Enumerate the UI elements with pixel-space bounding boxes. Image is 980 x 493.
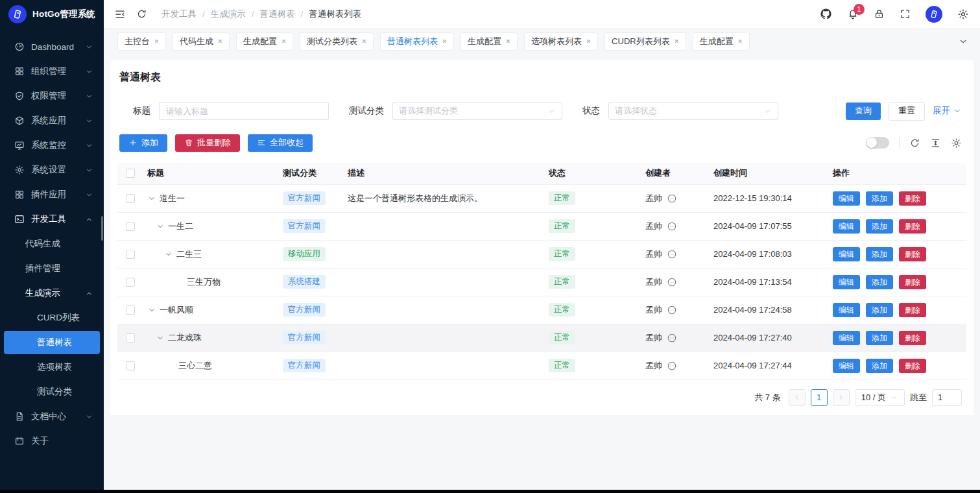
close-icon[interactable]: ×: [442, 38, 447, 45]
category-filter-select[interactable]: 请选择测试分类: [392, 102, 562, 120]
add-child-button[interactable]: 添加: [866, 219, 893, 234]
table-row[interactable]: 一生二官方新闻正常孟帅2024-04-09 17:07:55编辑添加删除: [117, 213, 966, 241]
sidebar-item-option-tree[interactable]: 选项树表: [0, 355, 104, 379]
settings-gear-icon[interactable]: [957, 8, 969, 20]
expand-filters-link[interactable]: 展开: [933, 105, 962, 117]
row-checkbox[interactable]: [126, 250, 135, 259]
menu-collapse-icon[interactable]: [114, 8, 126, 20]
breadcrumb-item[interactable]: 生成演示: [211, 8, 246, 20]
add-child-button[interactable]: 添加: [866, 303, 893, 317]
tab-8[interactable]: 生成配置×: [693, 32, 750, 51]
delete-button[interactable]: 删除: [899, 275, 926, 289]
breadcrumb-item[interactable]: 普通树表列表: [309, 8, 361, 20]
edit-button[interactable]: 编辑: [833, 331, 860, 345]
table-row[interactable]: 一帆风顺官方新闻正常孟帅2024-04-09 17:24:58编辑添加删除: [117, 296, 966, 324]
tab-1[interactable]: 代码生成×: [173, 32, 230, 51]
close-icon[interactable]: ×: [738, 38, 743, 45]
add-child-button[interactable]: 添加: [866, 247, 893, 261]
close-icon[interactable]: ×: [218, 38, 222, 45]
jump-to-input[interactable]: [932, 389, 962, 406]
reset-button[interactable]: 重置: [889, 102, 925, 121]
tab-5[interactable]: 生成配置×: [460, 32, 518, 51]
tab-6[interactable]: 选项树表列表×: [524, 32, 598, 51]
lock-screen-icon[interactable]: [874, 8, 885, 19]
table-row[interactable]: 二龙戏珠官方新闻正常孟帅2024-04-09 17:27:40编辑添加删除: [117, 324, 966, 352]
delete-button[interactable]: 删除: [899, 247, 926, 261]
refresh-page-icon[interactable]: [136, 8, 147, 19]
row-checkbox[interactable]: [126, 361, 135, 370]
prev-page-button[interactable]: [789, 389, 806, 406]
current-page-button[interactable]: 1: [811, 389, 828, 406]
sidebar-scrollbar-thumb[interactable]: [101, 216, 103, 241]
delete-button[interactable]: 删除: [899, 303, 926, 317]
reload-table-icon[interactable]: [909, 138, 920, 149]
close-icon[interactable]: ×: [362, 38, 366, 45]
edit-button[interactable]: 编辑: [833, 275, 860, 289]
striped-toggle[interactable]: [866, 137, 889, 149]
notifications-button[interactable]: 1: [847, 8, 859, 20]
edit-button[interactable]: 编辑: [833, 303, 860, 317]
sidebar-item-code-generation[interactable]: 代码生成: [0, 232, 104, 256]
edit-button[interactable]: 编辑: [833, 219, 860, 234]
delete-button[interactable]: 删除: [899, 331, 926, 345]
sidebar-item-permission[interactable]: 权限管理: [0, 84, 104, 108]
breadcrumb-item[interactable]: 开发工具: [161, 8, 197, 20]
sidebar-item-plugin-app[interactable]: 插件应用: [0, 182, 104, 207]
tab-4[interactable]: 普通树表列表×: [380, 32, 454, 51]
status-filter-select[interactable]: 请选择状态: [608, 102, 778, 120]
delete-button[interactable]: 删除: [899, 359, 926, 373]
tab-2[interactable]: 生成配置×: [236, 32, 293, 51]
table-row[interactable]: 道生一官方新闻这是一个普通树形表格的生成演示。正常孟帅2022-12-15 19…: [117, 185, 966, 213]
close-icon[interactable]: ×: [506, 38, 510, 45]
title-filter-input[interactable]: [159, 102, 329, 120]
tabs-dropdown-button[interactable]: [958, 36, 968, 47]
page-size-select[interactable]: 10 / 页: [855, 389, 905, 406]
select-all-checkbox[interactable]: [126, 169, 135, 178]
edit-button[interactable]: 编辑: [833, 191, 860, 206]
edit-button[interactable]: 编辑: [833, 247, 860, 261]
sidebar-item-about[interactable]: 关于: [0, 429, 104, 453]
delete-button[interactable]: 删除: [899, 191, 926, 206]
add-child-button[interactable]: 添加: [866, 331, 893, 345]
table-row[interactable]: 二生三移动应用正常孟帅2024-04-09 17:08:03编辑添加删除: [117, 241, 966, 269]
search-button[interactable]: 查询: [846, 102, 881, 120]
sidebar-item-system-settings[interactable]: 系统设置: [0, 158, 104, 182]
sidebar-item-doc-center[interactable]: 文档中心: [0, 404, 104, 429]
row-checkbox[interactable]: [126, 333, 135, 343]
collapse-all-button[interactable]: 全部收起: [248, 134, 313, 152]
close-icon[interactable]: ×: [281, 38, 286, 45]
density-icon[interactable]: [930, 138, 941, 149]
add-child-button[interactable]: 添加: [866, 191, 893, 206]
row-checkbox[interactable]: [126, 306, 135, 315]
delete-button[interactable]: 删除: [899, 219, 926, 234]
sidebar-item-system-monitor[interactable]: 系统监控: [0, 133, 104, 158]
fullscreen-icon[interactable]: [900, 8, 911, 19]
sidebar-item-plugin-management[interactable]: 插件管理: [0, 256, 104, 281]
next-page-button[interactable]: [833, 389, 850, 406]
sidebar-item-normal-tree[interactable]: 普通树表: [4, 331, 100, 354]
table-row[interactable]: 三心二意官方新闻正常孟帅2024-04-09 17:27:44编辑添加删除: [117, 352, 966, 380]
tab-0[interactable]: 主控台×: [117, 32, 166, 51]
add-button[interactable]: 添加: [119, 134, 167, 152]
row-checkbox[interactable]: [126, 222, 135, 231]
close-icon[interactable]: ×: [675, 38, 679, 45]
sidebar-item-dashboard[interactable]: Dashboard: [0, 34, 104, 59]
app-logo[interactable]: HotGo管理系统: [0, 0, 104, 29]
row-checkbox[interactable]: [126, 194, 135, 203]
sidebar-item-test-category[interactable]: 测试分类: [0, 379, 104, 404]
add-child-button[interactable]: 添加: [866, 359, 893, 373]
batch-delete-button[interactable]: 批量删除: [175, 134, 240, 152]
close-icon[interactable]: ×: [586, 38, 591, 45]
row-checkbox[interactable]: [126, 278, 135, 287]
sidebar-item-generate-demo[interactable]: 生成演示: [0, 281, 104, 306]
close-icon[interactable]: ×: [154, 38, 159, 45]
sidebar-item-org-management[interactable]: 组织管理: [0, 59, 104, 84]
table-row[interactable]: 三生万物系统搭建正常孟帅2024-04-09 17:13:54编辑添加删除: [117, 269, 966, 296]
column-settings-icon[interactable]: [951, 138, 962, 149]
sidebar-item-dev-tools[interactable]: 开发工具: [0, 207, 104, 232]
sidebar-item-curd-list[interactable]: CURD列表: [0, 306, 104, 330]
github-icon[interactable]: [820, 8, 832, 20]
user-avatar[interactable]: [926, 6, 942, 23]
tab-7[interactable]: CUDR列表列表×: [604, 32, 686, 51]
sidebar-item-system-app[interactable]: 系统应用: [0, 108, 104, 133]
